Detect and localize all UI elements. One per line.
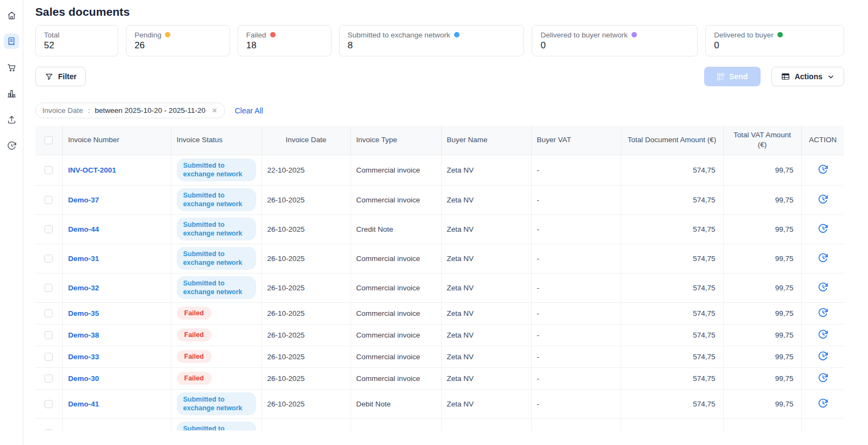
table-row-partial: Submitted to exchange network <box>35 418 844 430</box>
send-button[interactable]: Send <box>704 67 761 86</box>
total-amount-cell: 574,75 <box>621 185 723 214</box>
buyer-name-cell: Zeta NV <box>441 155 531 185</box>
row-checkbox[interactable] <box>44 309 53 317</box>
row-checkbox[interactable] <box>44 166 53 174</box>
total-amount-cell <box>621 418 723 430</box>
qr-grid-icon <box>717 73 725 81</box>
row-checkbox[interactable] <box>44 225 53 233</box>
stat-card-delivered-to-buyer-network: Delivered to buyer network0 <box>532 25 698 56</box>
sidebar-item-history[interactable] <box>4 138 19 153</box>
home-icon <box>7 10 17 21</box>
stat-card-label: Submitted to exchange network <box>348 31 450 39</box>
status-dot <box>270 32 276 37</box>
invoice-type-cell: Commercial invoice <box>350 324 441 346</box>
buyer-vat-cell: - <box>531 273 621 302</box>
invoice-number-link[interactable]: Demo-35 <box>68 309 99 317</box>
invoice-date-cell: 26-10-2025 <box>261 244 350 273</box>
action-cell <box>801 155 844 185</box>
row-checkbox[interactable] <box>44 331 53 339</box>
action-cell <box>801 418 844 430</box>
invoice-number-link[interactable]: Demo-41 <box>68 400 99 408</box>
sidebar <box>0 0 23 445</box>
row-checkbox[interactable] <box>44 255 53 263</box>
row-checkbox[interactable] <box>44 196 53 204</box>
vat-amount-cell: 99,75 <box>723 346 801 367</box>
stats-row: Total52Pending26Failed18Submitted to exc… <box>35 25 844 56</box>
invoice-number-link[interactable]: Demo-32 <box>68 284 99 292</box>
clear-all-link[interactable]: Clear All <box>235 106 263 115</box>
invoice-date-cell: 26-10-2025 <box>261 302 350 324</box>
actions-button[interactable]: Actions <box>771 67 844 86</box>
documents-table-viewport: Invoice NumberInvoice StatusInvoice Date… <box>35 126 844 430</box>
buyer-vat-cell: - <box>531 302 621 324</box>
invoice-number-link[interactable]: Demo-33 <box>68 353 99 361</box>
history-icon[interactable] <box>818 223 828 234</box>
status-badge: Failed <box>177 350 212 363</box>
row-checkbox[interactable] <box>44 400 53 408</box>
invoice-number-link[interactable]: Demo-38 <box>68 331 99 339</box>
select-all-header-cell <box>35 126 62 155</box>
row-checkbox[interactable] <box>44 374 53 383</box>
status-badge: Failed <box>177 328 212 341</box>
vat-amount-cell: 99,75 <box>723 324 801 346</box>
buyer-name-cell: Zeta NV <box>441 185 531 214</box>
toolbar: Filter Send Actions <box>35 67 844 86</box>
status-badge: Failed <box>177 372 212 385</box>
history-icon[interactable] <box>818 307 828 318</box>
buyer-vat-cell: - <box>531 367 621 389</box>
row-checkbox[interactable] <box>44 353 53 361</box>
row-checkbox[interactable] <box>44 284 53 292</box>
status-badge: Submitted to exchange network <box>177 392 256 416</box>
invoice-type-cell <box>350 418 441 430</box>
history-icon[interactable] <box>818 282 828 293</box>
history-icon[interactable] <box>818 329 828 340</box>
invoice-number-link[interactable]: INV-OCT-2001 <box>68 166 117 174</box>
invoice-type-cell: Commercial invoice <box>350 302 441 324</box>
history-icon[interactable] <box>818 164 828 175</box>
sidebar-item-purchases[interactable] <box>4 60 19 75</box>
invoice-number-link[interactable]: Demo-37 <box>68 196 99 204</box>
invoice-type-cell: Commercial invoice <box>350 367 441 389</box>
sidebar-item-reports[interactable] <box>4 86 19 101</box>
stat-card-value: 0 <box>540 40 689 51</box>
cart-icon <box>7 62 17 73</box>
invoice-number-link[interactable]: Demo-30 <box>68 374 99 383</box>
buyer-name-cell: Zeta NV <box>441 214 531 244</box>
sidebar-item-upload[interactable] <box>4 112 19 127</box>
invoice-number-link[interactable]: Demo-31 <box>68 255 99 263</box>
invoice-number-cell: Demo-33 <box>62 346 171 367</box>
sidebar-item-sales-documents[interactable] <box>4 34 19 49</box>
row-checkbox-cell <box>35 367 62 389</box>
buyer-name-cell: Zeta NV <box>441 273 531 302</box>
select-all-checkbox[interactable] <box>44 136 53 144</box>
total-amount-cell: 574,75 <box>621 244 723 273</box>
history-icon[interactable] <box>818 398 828 409</box>
action-cell <box>801 273 844 302</box>
filter-chip-separator: : <box>88 106 90 115</box>
chevron-down-icon <box>827 73 835 81</box>
history-icon[interactable] <box>818 252 828 263</box>
history-icon[interactable] <box>818 194 828 205</box>
invoice-number-link[interactable]: Demo-44 <box>68 225 99 233</box>
vat-amount-cell <box>723 418 801 430</box>
buyer-name-cell <box>441 418 531 430</box>
buyer-vat-cell: - <box>531 244 621 273</box>
column-header-buyer-vat: Buyer VAT <box>531 126 621 155</box>
close-icon[interactable] <box>211 107 218 114</box>
main-content: Sales documents Total52Pending26Failed18… <box>23 0 868 430</box>
action-cell <box>801 302 844 324</box>
stat-card-value: 18 <box>246 40 323 51</box>
invoice-number-cell: INV-OCT-2001 <box>62 155 171 185</box>
invoice-number-cell: Demo-35 <box>62 302 171 324</box>
documents-table: Invoice NumberInvoice StatusInvoice Date… <box>35 126 844 430</box>
action-cell <box>801 324 844 346</box>
filter-button[interactable]: Filter <box>35 67 86 86</box>
invoice-date-cell <box>261 418 350 430</box>
stat-card-label: Total <box>44 31 60 39</box>
history-icon[interactable] <box>818 351 828 361</box>
row-checkbox[interactable] <box>44 429 53 430</box>
history-icon[interactable] <box>818 372 828 383</box>
sidebar-item-home[interactable] <box>4 8 19 23</box>
status-badge: Submitted to exchange network <box>177 422 256 430</box>
stat-card-delivered-to-buyer: Delivered to buyer0 <box>705 25 844 56</box>
